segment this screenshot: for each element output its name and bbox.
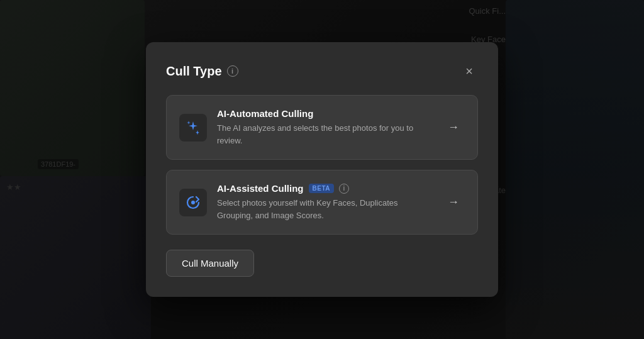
ai-automated-title: AI-Automated Culling [217, 108, 313, 119]
stars-icon [184, 119, 202, 136]
ai-assisted-option[interactable]: AI-Assisted Culling BETA i Select photos… [166, 170, 478, 235]
modal-container: Cull Type i × AI-Automated Culling [0, 0, 644, 339]
ai-automated-title-row: AI-Automated Culling [217, 108, 432, 119]
modal: Cull Type i × AI-Automated Culling [146, 42, 498, 297]
modal-title-group: Cull Type i [166, 64, 238, 79]
ai-automated-arrow: → [442, 116, 465, 139]
modal-header: Cull Type i × [166, 62, 478, 80]
modal-info-icon[interactable]: i [227, 65, 238, 77]
svg-point-0 [191, 201, 195, 204]
ai-assisted-content: AI-Assisted Culling BETA i Select photos… [217, 183, 432, 221]
ai-automated-desc: The AI analyzes and selects the best pho… [217, 122, 432, 147]
cycle-icon [184, 194, 202, 211]
ai-automated-option[interactable]: AI-Automated Culling The AI analyzes and… [166, 95, 478, 160]
ai-assisted-desc: Select photos yourself with Key Faces, D… [217, 197, 432, 221]
cull-manually-button[interactable]: Cull Manually [166, 250, 254, 277]
modal-close-button[interactable]: × [460, 62, 478, 80]
modal-title: Cull Type [166, 64, 222, 79]
beta-badge: BETA [309, 184, 334, 193]
ai-assisted-title-row: AI-Assisted Culling BETA i [217, 183, 432, 194]
ai-automated-icon [179, 114, 207, 142]
ai-assisted-arrow: → [442, 191, 465, 214]
ai-assisted-info-icon[interactable]: i [339, 184, 349, 194]
ai-assisted-icon [179, 189, 207, 216]
ai-assisted-title: AI-Assisted Culling [217, 183, 304, 194]
ai-automated-content: AI-Automated Culling The AI analyzes and… [217, 108, 432, 147]
